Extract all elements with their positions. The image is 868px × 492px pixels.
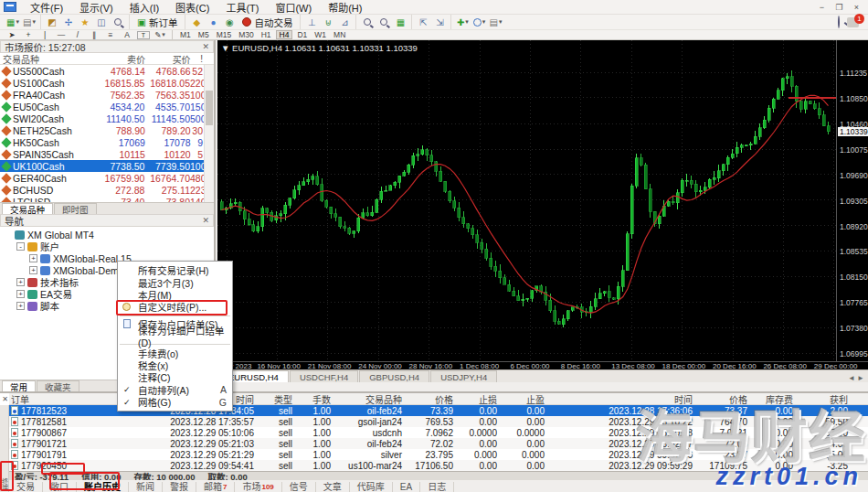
minimize-button[interactable]: − — [814, 2, 830, 13]
crosshair-tool-icon[interactable]: + — [22, 30, 35, 39]
terminal-tab-邮箱[interactable]: 邮箱7 — [196, 482, 235, 492]
menu-1[interactable]: 显示(V) — [71, 0, 122, 16]
metaeditor-icon[interactable]: ◆ — [189, 16, 204, 28]
terminal-tab-账户历史[interactable]: 账户历史 — [77, 482, 129, 492]
templates-icon[interactable]: ▤▾ — [488, 16, 503, 28]
horizontal-line-tool-icon[interactable]: — — [55, 30, 68, 39]
terminal-tab-EA[interactable]: EA — [393, 482, 420, 492]
timeframe-D1[interactable]: D1 — [294, 30, 310, 39]
market-row-SPAIN35Cash[interactable]: SPAIN35Cash10115101205 — [0, 148, 214, 160]
timeframe-M30[interactable]: M30 — [236, 30, 257, 39]
col-header-0[interactable]: 订单 — [9, 392, 122, 406]
market-row-US500Cash[interactable]: US500Cash4768.144768.6652 — [0, 65, 214, 77]
chart-tab-USDJPY,H4[interactable]: USDJPY,H4 — [430, 370, 497, 382]
navigator-toggle-icon[interactable]: ★ — [78, 16, 92, 28]
terminal-toggle-icon[interactable]: ◫ — [94, 16, 109, 28]
auto-arrange-icon[interactable]: ⇱ — [416, 16, 430, 28]
menu-item-最近3个月3[interactable]: 最近3个月(3) — [118, 276, 232, 288]
col-header-10[interactable]: 库存费 — [753, 392, 799, 406]
col-header-4[interactable]: 交易品种 — [336, 392, 408, 406]
market-row-SWI20Cash[interactable]: SWI20Cash11140.5011145.50500 — [0, 112, 214, 124]
menu-item-保存为详细户口结单D[interactable]: 保存为详细户口结单(D) — [118, 330, 232, 342]
time-axis[interactable]: 14 Nov 202316 Nov 16:0021 Nov 08:0024 No… — [217, 361, 868, 369]
col-header-5[interactable]: 价格 — [408, 392, 459, 406]
menu-2[interactable]: 插入(I) — [122, 0, 167, 16]
nav-tab-常用[interactable]: 常用 — [2, 380, 36, 391]
terminal-tab-敞口[interactable]: 敞口 — [43, 482, 77, 492]
timeframe-H4[interactable]: H4 — [276, 30, 293, 39]
candlestick-mode-icon[interactable]: ⊎ — [321, 16, 335, 28]
market-row-FRA40Cash[interactable]: FRA40Cash7562.357563.35100 — [0, 89, 214, 101]
search-icon[interactable] — [838, 16, 840, 27]
strategy-tester-icon[interactable] — [111, 16, 125, 28]
timeframe-M15[interactable]: M15 — [214, 30, 235, 39]
col-header-7[interactable]: 止盈 — [503, 392, 550, 406]
col-header-3[interactable]: 手数 — [298, 392, 336, 406]
timeframe-W1[interactable]: W1 — [312, 30, 329, 39]
menu-item-注释C[interactable]: 注释(C) — [118, 371, 232, 383]
chart-plot[interactable]: ▼ EURUSD,H4 1.10631 1.10631 1.10331 1.10… — [217, 40, 836, 361]
market-row-NETH25Cash[interactable]: NETH25Cash788.90789.2030 — [0, 124, 214, 136]
close-button[interactable]: × — [849, 2, 864, 13]
history-row-177812581[interactable]: 1778125812023.12.28 17:35:57sell1.00gsoi… — [9, 416, 868, 427]
nav-tab-收藏夹[interactable]: 收藏夹 — [37, 380, 79, 391]
terminal-tab-代码库[interactable]: 代码库 — [350, 482, 393, 492]
terminal-close-icon[interactable]: ✕ — [1, 395, 9, 403]
text-tool-icon[interactable]: A — [121, 30, 133, 39]
terminal-tab-警报[interactable]: 警报 — [163, 482, 196, 492]
chart-tab-USDCHF,H4[interactable]: USDCHF,H4 — [290, 370, 358, 382]
tree-item-账户[interactable]: -账户 — [2, 241, 214, 252]
tree-item-XM Global MT4[interactable]: XM Global MT4 — [2, 229, 214, 241]
community-globe-icon[interactable]: ◉ — [222, 16, 237, 28]
timeframe-MN[interactable]: MN — [331, 30, 348, 39]
navigator-close-icon[interactable]: ✕ — [202, 216, 209, 225]
menu-item-手续费o[interactable]: 手续费(o) — [118, 347, 232, 358]
cascade-icon[interactable]: ⇲ — [432, 16, 447, 28]
market-row-EU50Cash[interactable]: EU50Cash4534.204535.70150 — [0, 101, 214, 112]
col-header-9[interactable]: 价格 — [698, 392, 753, 406]
col-header-6[interactable]: 止损 — [459, 392, 503, 406]
market-watch-toggle-icon[interactable]: ✢ — [61, 16, 76, 28]
terminal-tab-市场[interactable]: 市场109 — [235, 482, 281, 492]
timeframe-H1[interactable]: H1 — [259, 30, 274, 39]
arrows-tool-icon[interactable]: ✎▾ — [153, 30, 166, 39]
market-row-UK100Cash[interactable]: UK100Cash7738.507739.50100 — [0, 160, 214, 172]
terminal-tab-新闻[interactable]: 新闻 — [129, 482, 163, 492]
chart-tab-scroll-arrows[interactable]: ◄ ► — [848, 374, 868, 382]
market-watch-scrollbar[interactable] — [204, 65, 214, 202]
market-row-LTCUSD[interactable]: LTCUSD73.4073.80140 — [0, 196, 214, 202]
new-order-button[interactable]: ▣ 新订单 — [132, 16, 182, 28]
menu-item-网格G[interactable]: ✓网格(G)G — [118, 396, 232, 408]
market-row-HK50Cash[interactable]: HK50Cash17069170789 — [0, 136, 214, 148]
price-axis[interactable]: 1.112351.108501.104601.100751.096901.093… — [836, 40, 868, 361]
menu-3[interactable]: 图表(C) — [167, 0, 217, 16]
market-row-US100Cash[interactable]: US100Cash16815.8516818.05220 — [0, 77, 214, 89]
menu-5[interactable]: 窗口(W) — [267, 0, 320, 16]
terminal-side-strip[interactable]: 终端 — [0, 405, 9, 492]
timeframe-M5[interactable]: M5 — [196, 30, 212, 39]
col-header-11[interactable]: 获利 — [799, 392, 853, 406]
chat-icon[interactable]: ● — [206, 16, 220, 28]
zoom-in-icon[interactable] — [360, 16, 375, 28]
menu-6[interactable]: 帮助(H) — [320, 0, 370, 16]
market-watch-close-icon[interactable]: ✕ — [202, 42, 209, 51]
terminal-tab-日志[interactable]: 日志 — [420, 482, 454, 492]
new-chart-icon[interactable]: ▦▾ — [5, 16, 20, 28]
chart-shift-icon[interactable]: ◩ — [45, 16, 59, 28]
terminal-tab-文章[interactable]: 文章 — [316, 482, 350, 492]
menu-item-税金x[interactable]: 税金(x) — [118, 359, 232, 371]
menu-item-自定义时段P[interactable]: 自定义时段(P)... — [118, 301, 232, 313]
mw-tab-交易品种[interactable]: 交易品种 — [2, 203, 53, 214]
menu-item-所有交易记录H[interactable]: 所有交易记录(H) — [118, 264, 232, 276]
periods-clock-icon[interactable]: ▾ — [471, 16, 486, 28]
bar-chart-mode-icon[interactable]: ⊥ — [304, 16, 319, 28]
menu-0[interactable]: 文件(F) — [22, 0, 71, 16]
tile-windows-icon[interactable]: ▦ — [393, 16, 408, 28]
chart-tab-GBPUSD,H4[interactable]: GBPUSD,H4 — [359, 370, 429, 382]
market-row-GER40Cash[interactable]: GER40Cash16759.9016764.70480 — [0, 172, 214, 184]
menu-item-本月M[interactable]: 本月(M) — [118, 289, 232, 301]
history-row-177901791[interactable]: 1779017912023.12.29 05:21:29sell1.00silv… — [9, 449, 868, 460]
col-header-2[interactable]: 类型 — [259, 392, 298, 406]
timeframe-M1[interactable]: M1 — [177, 30, 194, 39]
terminal-tab-信号[interactable]: 信号 — [282, 482, 316, 492]
